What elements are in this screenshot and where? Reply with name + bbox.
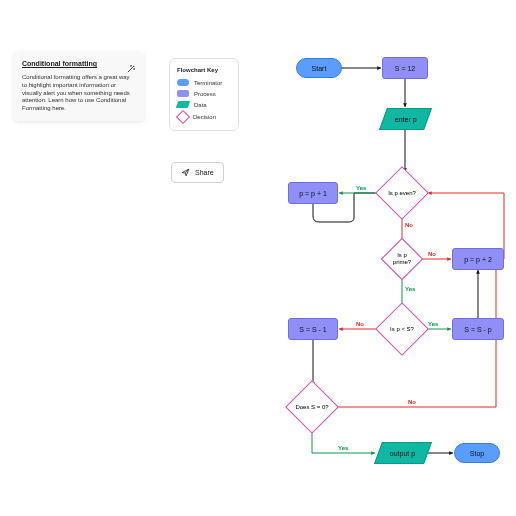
node-s-equals-12[interactable]: S = 12 (382, 57, 428, 79)
node-output-p[interactable]: output p (374, 442, 432, 464)
node-s-minus-1[interactable]: S = S - 1 (288, 318, 338, 340)
decision-swatch (176, 110, 190, 124)
node-p-plus-1[interactable]: p = p + 1 (288, 182, 338, 204)
label-yes: Yes (338, 445, 348, 451)
node-enter-p[interactable]: enter p (379, 108, 432, 130)
data-swatch (176, 101, 191, 108)
share-button[interactable]: Share (171, 162, 224, 183)
node-p-plus-2[interactable]: p = p + 2 (452, 248, 504, 270)
node-is-p-even[interactable]: Is p even? (383, 174, 421, 212)
paper-plane-icon (181, 168, 190, 177)
flowchart-key: Flowchart Key Terminator Process Data De… (169, 58, 239, 131)
tip-title[interactable]: Conditional formatting (22, 60, 97, 67)
legend-title: Flowchart Key (177, 67, 231, 73)
flowchart[interactable]: Start S = 12 enter p Is p even? p = p + … (248, 46, 508, 506)
label-no: No (408, 399, 416, 405)
legend-row-terminator: Terminator (177, 79, 231, 86)
tip-card: Conditional formatting Conditional forma… (14, 52, 144, 121)
process-swatch (177, 90, 189, 97)
magic-wand-icon (126, 60, 136, 70)
label-no: No (405, 222, 413, 228)
label-yes: Yes (428, 321, 438, 327)
terminator-swatch (177, 79, 189, 86)
share-label: Share (195, 169, 214, 176)
node-is-p-lt-s[interactable]: Is p < S? (383, 310, 421, 348)
node-is-p-prime[interactable]: Is p prime? (387, 244, 417, 274)
flowchart-edges (248, 46, 508, 506)
label-no: No (356, 321, 364, 327)
legend-row-process: Process (177, 90, 231, 97)
tip-body: Conditional formatting offers a great wa… (22, 74, 136, 113)
node-start[interactable]: Start (296, 58, 342, 78)
node-does-s-equal-0[interactable]: Does S = 0? (293, 388, 331, 426)
label-no: No (428, 251, 436, 257)
legend-row-decision: Decision (177, 112, 231, 122)
node-stop[interactable]: Stop (454, 443, 500, 463)
label-yes: Yes (356, 185, 366, 191)
legend-row-data: Data (177, 101, 231, 108)
label-yes: Yes (405, 286, 415, 292)
node-s-minus-p[interactable]: S = S - p (452, 318, 504, 340)
